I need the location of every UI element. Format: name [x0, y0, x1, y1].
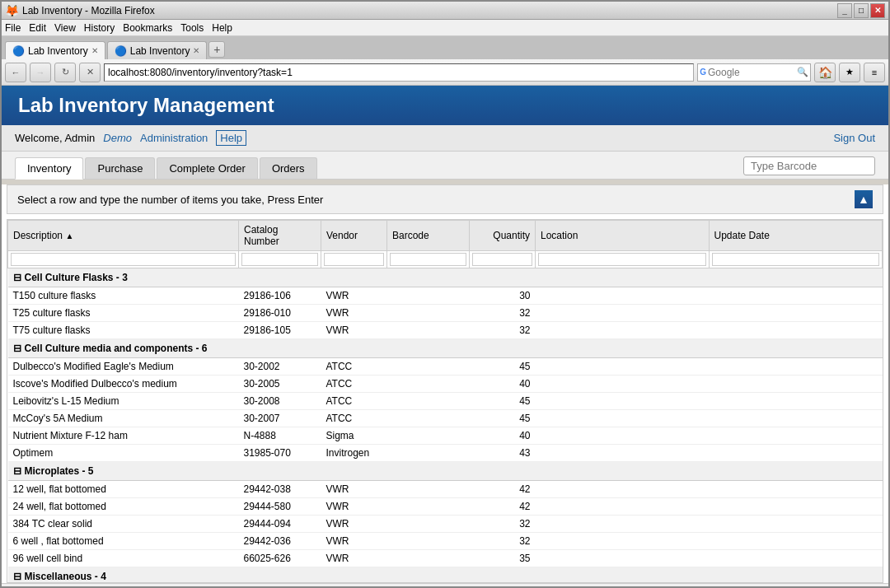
col-barcode[interactable]: Barcode	[387, 221, 470, 251]
menu-history[interactable]: History	[84, 22, 115, 34]
filter-description-input[interactable]	[11, 253, 236, 266]
filter-location-input[interactable]	[538, 253, 706, 266]
maximize-button[interactable]: □	[854, 3, 869, 18]
table-row[interactable]: 384 TC clear solid 29444-094 VWR 32	[8, 516, 883, 533]
window-controls[interactable]: _ □ ✕	[837, 3, 885, 18]
firefox-icon: 🦊	[5, 4, 19, 17]
forward-button[interactable]: →	[30, 63, 51, 82]
tools-button[interactable]: ≡	[864, 63, 885, 82]
cell-vendor: VWR	[321, 481, 387, 498]
cell-vendor: VWR	[321, 533, 387, 550]
group-row[interactable]: ⊟Cell Culture Flasks - 3	[8, 268, 883, 287]
search-input[interactable]	[706, 67, 797, 78]
menu-edit[interactable]: Edit	[29, 22, 46, 34]
table-row[interactable]: 24 well, flat bottomed 29444-580 VWR 42	[8, 498, 883, 516]
browser-tab-1[interactable]: 🔵 Lab Inventory ✕	[5, 41, 105, 59]
filter-row	[8, 251, 883, 268]
back-button[interactable]: ←	[5, 63, 26, 82]
tab-purchase[interactable]: Purchase	[85, 157, 155, 179]
cell-location	[536, 445, 710, 462]
table-row[interactable]: 96 well cell bind 66025-626 VWR 35	[8, 550, 883, 567]
table-row[interactable]: Dulbecco's Modified Eagle's Medium 30-20…	[8, 358, 883, 376]
barcode-wrapper	[743, 156, 875, 175]
filter-barcode-input[interactable]	[390, 253, 466, 266]
table-row[interactable]: T75 culture flasks 29186-105 VWR 32	[8, 322, 883, 339]
group-toggle-1[interactable]: ⊟	[13, 343, 21, 354]
cell-update-date	[709, 550, 883, 567]
table-row[interactable]: T150 culture flasks 29186-106 VWR 30	[8, 287, 883, 305]
new-tab-button[interactable]: +	[208, 41, 225, 58]
filter-catalog[interactable]	[239, 251, 321, 268]
minimize-button[interactable]: _	[837, 3, 852, 18]
cell-quantity: 42	[470, 481, 536, 498]
cell-quantity: 32	[470, 322, 536, 339]
menu-tools[interactable]: Tools	[180, 22, 204, 34]
tab1-close[interactable]: ✕	[91, 46, 98, 55]
nav-help[interactable]: Help	[216, 130, 246, 146]
stop-button[interactable]: ✕	[79, 63, 101, 82]
instruction-toggle-btn[interactable]: ▲	[855, 190, 873, 208]
table-row[interactable]: McCoy's 5A Medium 30-2007 ATCC 45	[8, 410, 883, 427]
filter-catalog-input[interactable]	[241, 253, 318, 266]
filter-quantity-input[interactable]	[472, 253, 532, 266]
menu-view[interactable]: View	[54, 22, 76, 34]
filter-vendor[interactable]	[321, 251, 387, 268]
sign-out-link[interactable]: Sign Out	[833, 132, 875, 144]
search-icon[interactable]: 🔍	[797, 67, 808, 77]
table-row[interactable]: T25 culture flasks 29186-010 VWR 32	[8, 305, 883, 322]
group-toggle-3[interactable]: ⊟	[13, 571, 21, 582]
filter-date-input[interactable]	[712, 253, 880, 266]
table-scroll-area[interactable]: Description ▲ Catalog Number Vendor Barc…	[7, 220, 883, 582]
bookmark-star[interactable]: ★	[839, 63, 860, 82]
tab-complete-order[interactable]: Complete Order	[157, 157, 257, 179]
cell-barcode	[387, 376, 470, 393]
filter-quantity[interactable]	[470, 251, 536, 268]
tab2-close[interactable]: ✕	[193, 46, 199, 55]
home-button[interactable]: 🏠	[814, 63, 836, 82]
table-row[interactable]: 12 well, flat bottomed 29442-038 VWR 42	[8, 481, 883, 498]
table-row[interactable]: Iscove's Modified Dulbecco's medium 30-2…	[8, 376, 883, 393]
browser-tab-2[interactable]: 🔵 Lab Inventory ✕	[107, 41, 208, 59]
col-quantity[interactable]: Quantity	[470, 221, 536, 251]
menu-bookmarks[interactable]: Bookmarks	[123, 22, 172, 34]
cell-catalog: 29444-094	[239, 516, 321, 533]
welcome-text: Welcome, Admin	[15, 132, 95, 144]
table-row[interactable]: Leibovitz's L-15 Medium 30-2008 ATCC 45	[8, 393, 883, 410]
tab-orders[interactable]: Orders	[260, 157, 317, 179]
col-catalog[interactable]: Catalog Number	[239, 221, 321, 251]
table-row[interactable]: 6 well , flat bottomed 29442-036 VWR 32	[8, 533, 883, 550]
menu-help[interactable]: Help	[212, 22, 232, 34]
nav-administration[interactable]: Administration	[140, 132, 208, 144]
col-update-date[interactable]: Update Date	[709, 221, 883, 251]
cell-barcode	[387, 427, 470, 445]
cell-location	[536, 533, 710, 550]
reload-button[interactable]: ↻	[54, 63, 76, 82]
cell-description: Iscove's Modified Dulbecco's medium	[8, 376, 239, 393]
filter-date[interactable]	[709, 251, 883, 268]
cell-vendor: VWR	[321, 498, 387, 516]
filter-vendor-input[interactable]	[324, 253, 384, 266]
cell-vendor: VWR	[321, 322, 387, 339]
filter-description[interactable]	[8, 251, 239, 268]
col-description[interactable]: Description ▲	[8, 221, 239, 251]
filter-barcode[interactable]	[387, 251, 470, 268]
cell-location	[536, 498, 710, 516]
group-toggle-2[interactable]: ⊟	[13, 465, 21, 477]
group-row[interactable]: ⊟Miscellaneous - 4	[8, 567, 883, 583]
col-location[interactable]: Location	[536, 221, 710, 251]
table-row[interactable]: Optimem 31985-070 Invitrogen 43	[8, 445, 883, 462]
col-vendor[interactable]: Vendor	[321, 221, 387, 251]
group-row[interactable]: ⊟Cell Culture media and components - 6	[8, 339, 883, 358]
table-row[interactable]: Nutrient Mixture F-12 ham N-4888 Sigma 4…	[8, 427, 883, 445]
tab-inventory[interactable]: Inventory	[15, 157, 83, 180]
barcode-input[interactable]	[743, 156, 875, 175]
filter-location[interactable]	[536, 251, 710, 268]
url-bar[interactable]	[104, 63, 694, 82]
group-row[interactable]: ⊟Microplates - 5	[8, 462, 883, 481]
nav-demo[interactable]: Demo	[103, 132, 132, 144]
menu-file[interactable]: File	[5, 22, 21, 34]
group-toggle-0[interactable]: ⊟	[13, 272, 21, 283]
close-button[interactable]: ✕	[870, 3, 885, 18]
cell-description: Nutrient Mixture F-12 ham	[8, 427, 239, 445]
cell-quantity: 43	[470, 445, 536, 462]
